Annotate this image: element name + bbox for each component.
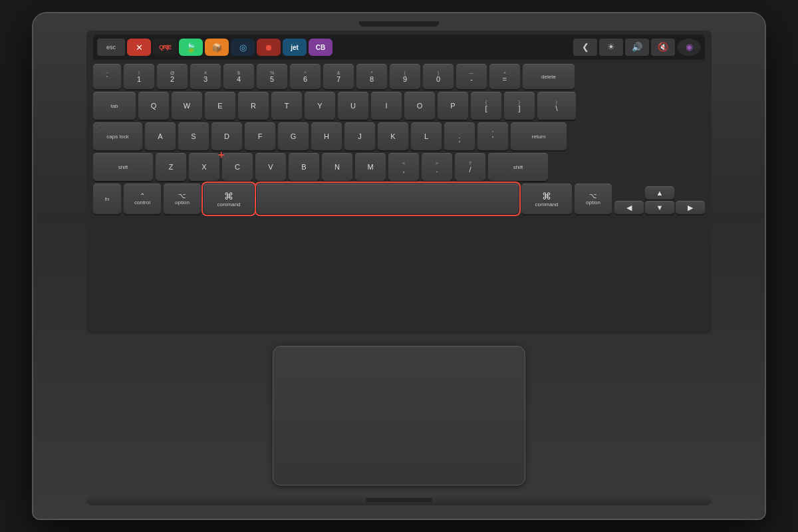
tb-mute[interactable]: 🔇 — [651, 39, 675, 56]
key-command-left[interactable]: ⌘ command — [203, 184, 254, 214]
key-slash[interactable]: ? / — [455, 153, 485, 181]
key-z[interactable]: Z — [156, 153, 186, 181]
key-fn[interactable]: fn — [93, 184, 121, 214]
key-0[interactable]: ) 0 — [423, 64, 454, 89]
key-arrow-down[interactable]: ▼ — [645, 201, 674, 214]
key-shift-right[interactable]: shift — [488, 153, 548, 181]
key-x[interactable]: X — [189, 153, 219, 181]
key-s[interactable]: S — [178, 122, 209, 150]
key-tilde[interactable]: ~ ` — [93, 64, 121, 89]
key-t[interactable]: T — [271, 92, 302, 120]
key-y[interactable]: Y — [305, 92, 335, 120]
key-m[interactable]: M — [355, 153, 386, 181]
key-2[interactable]: @ 2 — [157, 64, 188, 89]
key-period[interactable]: > . — [422, 153, 452, 181]
tb-chevron-left[interactable]: ❮ — [573, 39, 597, 56]
tb-app-orange[interactable]: 📦 — [205, 39, 229, 56]
key-option-left[interactable]: ⌥ option — [164, 184, 201, 214]
key-comma[interactable]: < , — [388, 153, 419, 181]
key-9[interactable]: ( 9 — [390, 64, 420, 89]
key-quote[interactable]: " ' — [477, 122, 508, 150]
key-return[interactable]: return — [511, 122, 567, 150]
number-row: ~ ` ! 1 @ 2 # 3 $ 4 % 5 — [93, 64, 705, 89]
key-caps-lock[interactable]: caps lock — [93, 122, 142, 150]
camera-area — [86, 21, 712, 27]
key-bracket-right[interactable]: } ] — [504, 92, 535, 120]
key-j[interactable]: J — [344, 122, 375, 150]
key-arrow-left[interactable]: ◀ — [614, 201, 644, 214]
keyboard-area: esc ✕ QR|E 🍃 📦 ◎ ⏺ jet CB ❮ ☀ 🔊 🔇 ◉ ~ ` — [86, 31, 712, 334]
key-1[interactable]: ! 1 — [124, 64, 154, 89]
bottom-notch — [366, 498, 432, 502]
key-semicolon[interactable]: : ; — [444, 122, 475, 150]
key-7[interactable]: & 7 — [323, 64, 354, 89]
asdf-row: caps lock A S D F G H J K L : ; " ' retu… — [93, 122, 705, 150]
key-d[interactable]: D — [211, 122, 242, 150]
tb-app-1qbit[interactable]: QR|E — [153, 39, 177, 56]
camera-notch — [359, 21, 439, 27]
key-equals[interactable]: + = — [489, 64, 520, 89]
key-k[interactable]: K — [378, 122, 408, 150]
key-arrow-up[interactable]: ▲ — [645, 186, 674, 200]
key-backslash[interactable]: | \ — [537, 92, 576, 120]
key-option-right[interactable]: ⌥ option — [575, 184, 612, 214]
tb-app-jet[interactable]: jet — [283, 39, 307, 56]
trackpad-area — [273, 339, 525, 492]
key-h[interactable]: H — [311, 122, 342, 150]
key-6[interactable]: ^ 6 — [290, 64, 321, 89]
key-8[interactable]: * 8 — [356, 64, 387, 89]
key-bracket-left[interactable]: { [ — [471, 92, 501, 120]
key-f[interactable]: F — [245, 122, 275, 150]
tb-volume[interactable]: 🔊 — [625, 39, 649, 56]
key-q[interactable]: Q — [138, 92, 169, 120]
key-3[interactable]: # 3 — [190, 64, 221, 89]
key-p[interactable]: P — [438, 92, 468, 120]
touch-bar: esc ✕ QR|E 🍃 📦 ◎ ⏺ jet CB ❮ ☀ 🔊 🔇 ◉ — [93, 35, 705, 60]
tb-brightness[interactable]: ☀ — [599, 39, 623, 56]
red-cross-icon: + — [218, 149, 224, 161]
laptop-body: esc ✕ QR|E 🍃 📦 ◎ ⏺ jet CB ❮ ☀ 🔊 🔇 ◉ ~ ` — [33, 13, 765, 519]
key-w[interactable]: W — [172, 92, 202, 120]
tb-siri[interactable]: ◉ — [677, 39, 701, 56]
tb-app-cercle[interactable]: ◎ — [231, 39, 255, 56]
arrow-cluster: ▲ ◀ ▼ ▶ — [614, 186, 705, 214]
key-control[interactable]: ⌃ control — [124, 184, 161, 214]
tb-app-close[interactable]: ✕ — [127, 39, 151, 56]
key-4[interactable]: $ 4 — [223, 64, 254, 89]
tb-app-cb[interactable]: CB — [309, 39, 332, 56]
key-delete[interactable]: delete — [523, 64, 575, 89]
key-e[interactable]: E — [205, 92, 235, 120]
qwerty-row: tab Q W E R T Y U I O P { [ } ] | \ — [93, 92, 705, 120]
key-arrow-right[interactable]: ▶ — [676, 201, 705, 214]
key-o[interactable]: O — [404, 92, 435, 120]
esc-key[interactable]: esc — [97, 39, 125, 56]
key-c[interactable]: + C — [222, 153, 253, 181]
key-i[interactable]: I — [371, 92, 402, 120]
key-g[interactable]: G — [278, 122, 309, 150]
key-r[interactable]: R — [238, 92, 269, 120]
bottom-edge — [86, 495, 712, 505]
key-tab[interactable]: tab — [93, 92, 136, 120]
key-5[interactable]: % 5 — [257, 64, 287, 89]
tb-app-green[interactable]: 🍃 — [179, 39, 203, 56]
trackpad[interactable] — [273, 346, 525, 485]
key-v[interactable]: V — [255, 153, 286, 181]
key-u[interactable]: U — [338, 92, 368, 120]
key-command-right[interactable]: ⌘ command — [521, 184, 572, 214]
bottom-row: fn ⌃ control ⌥ option ⌘ command ⌘ comman… — [93, 184, 705, 214]
key-a[interactable]: A — [145, 122, 176, 150]
key-b[interactable]: B — [289, 153, 319, 181]
key-spacebar[interactable] — [257, 184, 519, 214]
key-minus[interactable]: — - — [456, 64, 487, 89]
zxcv-row: shift Z X + C V B N M < , > . ? / — [93, 153, 705, 181]
key-l[interactable]: L — [411, 122, 442, 150]
key-n[interactable]: N — [322, 153, 352, 181]
key-shift-left[interactable]: shift — [93, 153, 153, 181]
tb-app-record[interactable]: ⏺ — [257, 39, 281, 56]
